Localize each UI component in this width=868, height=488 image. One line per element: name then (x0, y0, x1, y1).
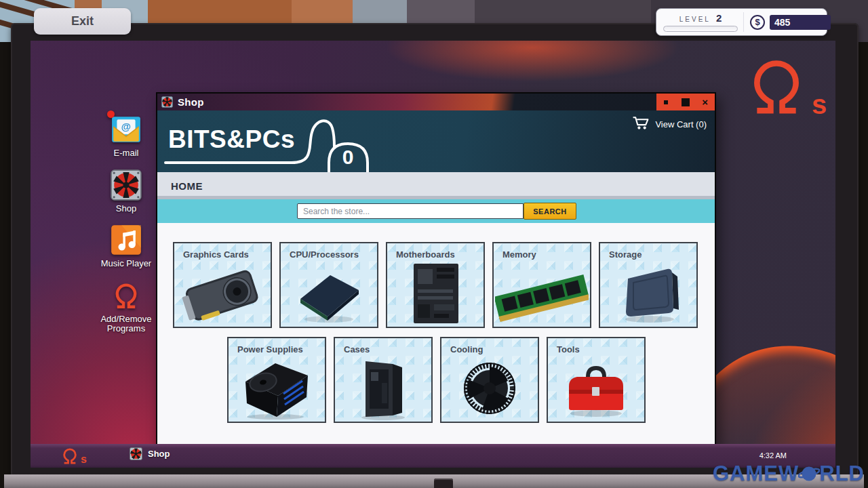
taskbar-item-label: Shop (148, 449, 170, 459)
category-tile-memory[interactable]: Memory (492, 242, 591, 328)
category-label: Tools (557, 344, 580, 354)
cart-icon (632, 116, 650, 133)
email-icon: @ (111, 114, 142, 145)
window-title: Shop (178, 96, 204, 108)
notification-dot (107, 110, 115, 118)
desktop-icon-list: @ E-mail (88, 114, 164, 344)
category-grid: Graphics CardsCPU/ProcessorsMotherboards… (157, 223, 715, 466)
store-logo-text: BITS&PCs (168, 125, 295, 154)
shop-window: Shop × BITS&PCs 0 (156, 92, 716, 468)
category-label: Graphics Cards (183, 249, 249, 260)
desktop-icon-label: Shop (116, 204, 136, 214)
tools-product-image (549, 356, 643, 420)
category-tile-cpu[interactable]: CPU/Processors (279, 242, 378, 328)
maximize-button[interactable] (679, 94, 692, 110)
cpu-product-image (282, 261, 376, 325)
shop-fan-icon (161, 96, 173, 108)
omega-icon (744, 57, 809, 115)
mouse-scroll-zero: 0 (342, 146, 354, 168)
view-cart-button[interactable]: View Cart (0) (632, 116, 707, 133)
desktop-icon-email[interactable]: @ E-mail (111, 114, 142, 158)
desktop-icon-music-player[interactable]: Music Player (101, 224, 151, 268)
level-progress-bar (663, 26, 738, 32)
store-header: BITS&PCs 0 View Cart (0) (157, 110, 715, 172)
nav-bar: HOME (157, 172, 715, 199)
level-money-panel: LEVEL 2 $ 485 (656, 8, 827, 36)
planet-icon (798, 463, 820, 485)
level-label: LEVEL (679, 16, 711, 23)
gpu-product-image (176, 261, 269, 325)
gameworld-watermark: GAMEWRLD (713, 462, 865, 486)
search-button[interactable]: SEARCH (524, 203, 576, 220)
category-row-1: Graphics CardsCPU/ProcessorsMotherboards… (173, 242, 698, 328)
desktop-icon-label: E-mail (114, 148, 139, 158)
level-section: LEVEL 2 (663, 12, 744, 32)
case-product-image (336, 356, 430, 420)
svg-text:@: @ (121, 121, 131, 132)
desktop-screen: s @ E-mail (31, 41, 835, 468)
category-tile-cooling[interactable]: Cooling (440, 337, 539, 423)
money-section: $ 485 (744, 15, 831, 30)
motherboard-product-image (389, 261, 482, 325)
watermark-text: GAMEW (713, 462, 799, 486)
shop-fan-icon (111, 169, 142, 201)
nav-home-tab[interactable]: HOME (171, 180, 203, 192)
view-cart-label: View Cart (0) (655, 119, 707, 129)
category-tile-case[interactable]: Cases (334, 337, 433, 423)
omega-logo: s (744, 57, 827, 115)
taskbar-item-shop[interactable]: Shop (130, 447, 170, 460)
level-value: 2 (716, 12, 722, 24)
desktop-icon-add-remove-programs[interactable]: Add/Remove Programs (88, 280, 164, 333)
desktop-icon-shop[interactable]: Shop (111, 169, 142, 214)
exit-button[interactable]: Exit (34, 8, 131, 35)
window-controls: × (656, 94, 715, 110)
omega-logo-suffix: s (81, 455, 87, 464)
start-button-omega[interactable]: s (60, 447, 87, 464)
category-label: Motherboards (396, 249, 455, 260)
game-screen: s @ E-mail (0, 0, 868, 488)
desktop-icon-label: Add/Remove Programs (88, 314, 164, 333)
category-label: Power Supplies (237, 344, 303, 354)
close-button[interactable]: × (698, 94, 712, 110)
category-tile-psu[interactable]: Power Supplies (227, 337, 326, 423)
category-label: Cooling (450, 344, 483, 354)
storage-product-image (601, 261, 695, 325)
category-label: Storage (609, 249, 642, 260)
clock: 4:32 AM (760, 451, 787, 460)
memory-product-image (495, 261, 589, 325)
desktop-icon-label: Music Player (101, 259, 151, 268)
category-tile-storage[interactable]: Storage (599, 242, 698, 328)
omega-logo-suffix: s (812, 94, 827, 115)
window-titlebar[interactable]: Shop × (157, 94, 715, 110)
category-label: Cases (344, 344, 370, 354)
omega-icon (111, 280, 142, 311)
cooling-product-image (443, 356, 536, 420)
search-bar: SEARCH (157, 199, 715, 223)
search-input[interactable] (297, 203, 524, 219)
dollar-icon: $ (750, 15, 765, 30)
money-display: 485 (770, 15, 831, 30)
watermark-text: RLD (819, 462, 865, 486)
category-tile-tools[interactable]: Tools (547, 337, 646, 423)
music-note-icon (111, 224, 142, 256)
omega-icon (60, 447, 79, 464)
shop-fan-icon (130, 447, 142, 460)
monitor-logo (434, 479, 453, 488)
psu-product-image (230, 356, 323, 420)
category-label: CPU/Processors (290, 249, 359, 260)
category-row-2: Power SuppliesCasesCoolingTools (227, 337, 646, 423)
category-tile-motherboard[interactable]: Motherboards (386, 242, 485, 328)
category-tile-gpu[interactable]: Graphics Cards (173, 242, 272, 328)
category-label: Memory (502, 249, 536, 260)
minimize-button[interactable] (659, 94, 673, 110)
